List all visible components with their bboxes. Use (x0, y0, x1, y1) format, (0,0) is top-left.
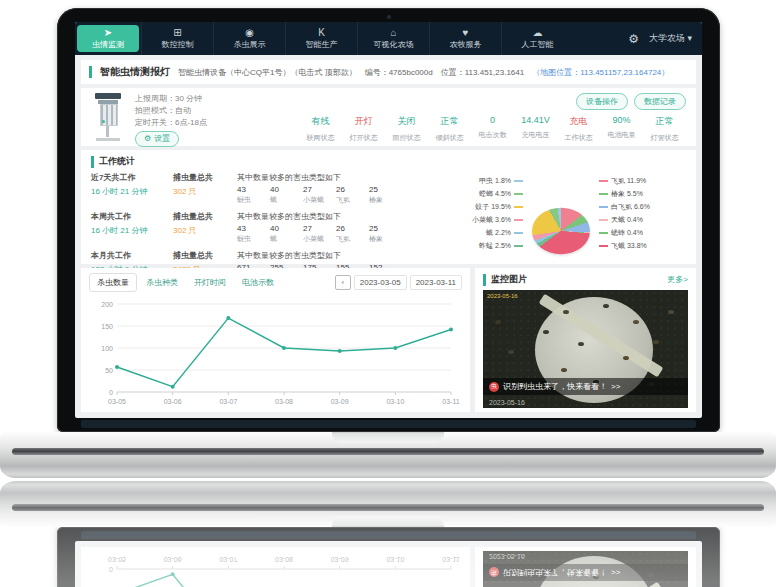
laptop-mockup-scene: ➤ 虫情监测 ⊞ 数控控制 ◉ 杀虫展示 K 智能生产 ⌂ 可视化农场 (0, 0, 776, 587)
nav-label: 虫情监测 (92, 39, 124, 50)
pie-label: 天蛾 0.4% (599, 215, 643, 225)
pie-label: 甲虫 1.8% (479, 176, 523, 186)
kill-count-chart-card: 杀虫数量 杀虫种类 开灯时间 电池示数 ‹ 2023-03-05 2023-03… (81, 268, 470, 412)
work-stats-card: 工作统计 近7天共工作16 小时 21 分钟 捕虫量总共302 只 其中数量较多… (81, 150, 696, 264)
dist-item: 40蛾 (270, 224, 303, 244)
dist-item: 43蚜虫 (237, 185, 270, 205)
device-header-bar: 智能虫情测报灯 智能虫情设备（中心CQ平1号）（电击式 顶部款） 编号：4765… (81, 60, 696, 84)
data-record-button[interactable]: 数据记录 (634, 93, 686, 110)
work-stats-title: 工作统计 (99, 155, 135, 168)
tab-lamp-time[interactable]: 开灯时间 (187, 274, 233, 291)
nav-item-ai[interactable]: ☁ 人工智能 (501, 22, 573, 55)
svg-text:03-06: 03-06 (164, 398, 182, 405)
dist-item: 26飞虱 (336, 224, 369, 244)
account-dropdown[interactable]: 大学农场 ▾ (649, 32, 692, 45)
device-code: 编号：4765bc000d (365, 67, 433, 78)
laptop-reflection: ➤ 虫情监测 ⊞ 数控控制 ◉ 杀虫展示 K 智能生产 ⌂ 可视化农场 (0, 480, 776, 587)
device-status-panel: 上报周期：30 分钟 拍照模式：自动 定时开关：6点-18点 ⚙ 设置 设备操作… (81, 88, 696, 146)
device-map-position-link[interactable]: （地图位置：113.451157,23.164724） (532, 67, 669, 78)
pie-label: 蚱蜢 2.5% (479, 241, 523, 251)
dist-item: 43蚜虫 (237, 224, 270, 244)
dist-item: 40蛾 (270, 185, 303, 205)
nav-label: 农牧服务 (450, 39, 482, 50)
device-info-photo-mode: 拍照模式：自动 (135, 105, 207, 117)
section-accent-bar (91, 156, 94, 168)
gear-icon[interactable]: ⚙ (628, 32, 639, 46)
chevron-down-icon: ▾ (687, 33, 692, 43)
laptop-frame: ➤ 虫情监测 ⊞ 数控控制 ◉ 杀虫展示 K 智能生产 ⌂ 可视化农场 (57, 8, 720, 432)
settings-button[interactable]: ⚙ 设置 (135, 131, 179, 147)
nav-label: 人工智能 (522, 39, 554, 50)
insect-trap-photo[interactable]: 2023-05-16 虫 识别到虫虫来了，快来看看！ >> 2023-05-16 (483, 290, 688, 408)
svg-text:03-05: 03-05 (108, 556, 126, 563)
nav-item-pest-display[interactable]: ◉ 杀虫展示 (213, 22, 285, 55)
pie-label: 蚊子 19.5% (475, 202, 523, 212)
svg-text:03-07: 03-07 (219, 398, 237, 405)
dist-item: 26飞虱 (336, 185, 369, 205)
svg-text:03-05: 03-05 (108, 398, 126, 405)
status-charge-voltage: 14.41V充电电压 (514, 115, 557, 143)
device-info-timer: 定时开关：6点-18点 (135, 117, 207, 129)
svg-text:03-10: 03-10 (386, 556, 404, 563)
top-navbar: ➤ 虫情监测 ⊞ 数控控制 ◉ 杀虫展示 K 智能生产 ⌂ 可视化农场 (75, 22, 702, 55)
status-network: 有线联网状态 (299, 115, 342, 143)
kill-count-line-chart: 05010015020003-0503-0603-0703-0803-0903-… (89, 294, 460, 412)
device-subtitle: 智能虫情设备（中心CQ平1号）（电击式 顶部款） (178, 67, 357, 78)
svg-text:03-11: 03-11 (442, 556, 459, 563)
svg-text:03-11: 03-11 (442, 398, 459, 405)
photo-date: 2023-05-16 (489, 399, 525, 406)
pie-label: 飞蛾 33.8% (599, 241, 647, 251)
nav-label: 数控控制 (162, 39, 194, 50)
pie-label: 蛾 2.2% (486, 228, 523, 238)
svg-text:0: 0 (109, 389, 113, 396)
settings-button-label: 设置 (154, 133, 170, 145)
status-tube: 正常灯管状态 (643, 115, 686, 143)
status-rain-control: 关闭雨控状态 (385, 115, 428, 143)
tab-battery-readings[interactable]: 电池示数 (235, 274, 281, 291)
nav-item-agri-service[interactable]: ♥ 农牧服务 (429, 22, 501, 55)
pest-lamp-illustration (91, 93, 125, 141)
device-operate-button[interactable]: 设备操作 (576, 93, 628, 110)
svg-text:03-09: 03-09 (331, 556, 349, 563)
calendar-icon[interactable]: ‹ (335, 275, 351, 290)
control-icon: ⊞ (173, 28, 181, 38)
nav-label: 可视化农场 (374, 39, 414, 50)
date-from-input[interactable]: 2023-03-05 (354, 275, 407, 290)
tab-kill-types[interactable]: 杀虫种类 (139, 274, 185, 291)
status-work-state: 充电工作状态 (557, 115, 600, 143)
tab-kill-count[interactable]: 杀虫数量 (89, 273, 137, 292)
pie-label: 螳螂 4.5% (479, 189, 523, 199)
svg-text:03-09: 03-09 (331, 398, 349, 405)
nav-item-smart-production[interactable]: K 智能生产 (285, 22, 357, 55)
svg-text:03-06: 03-06 (164, 556, 182, 563)
svg-text:50: 50 (105, 367, 113, 374)
nav-item-visual-farm[interactable]: ⌂ 可视化农场 (357, 22, 429, 55)
device-status-row: 有线联网状态 开灯灯开状态 关闭雨控状态 正常倾斜状态 0电击次数 14.41V… (299, 115, 686, 143)
pie-label: 蟋蟀 0.4% (599, 228, 643, 238)
farm-icon: ⌂ (390, 28, 396, 38)
svg-text:100: 100 (101, 345, 113, 352)
webcam-dot (387, 15, 391, 19)
nav-item-numeric-control[interactable]: ⊞ 数控控制 (141, 22, 213, 55)
section-accent-bar (89, 66, 92, 78)
ai-icon: ☁ (533, 28, 543, 38)
svg-text:03-08: 03-08 (275, 398, 293, 405)
dist-item: 25椿象 (369, 224, 402, 244)
display-icon: ◉ (245, 28, 254, 38)
device-info-report-cycle: 上报周期：30 分钟 (135, 93, 207, 105)
work-stat-row-week: 本周共工作16 小时 21 分钟 捕虫量总共302 只 其中数量较多的害虫类型如… (91, 211, 436, 244)
nav-label: 杀虫展示 (234, 39, 266, 50)
pie-label: 椿象 5.5% (599, 189, 643, 199)
svg-text:03-08: 03-08 (275, 556, 293, 563)
dist-item: 27小菜蛾 (303, 185, 336, 205)
pie-label: 小菜蛾 3.6% (472, 215, 523, 225)
status-battery: 90%电池电量 (600, 115, 643, 143)
dashboard-screen: ➤ 虫情监测 ⊞ 数控控制 ◉ 杀虫展示 K 智能生产 ⌂ 可视化农场 (75, 22, 702, 418)
nav-item-pest-monitor[interactable]: ➤ 虫情监测 (77, 25, 139, 52)
device-title: 智能虫情测报灯 (100, 65, 170, 79)
photo-caption: 虫 识别到虫虫来了，快来看看！ >> (483, 378, 688, 395)
svg-text:03-07: 03-07 (219, 556, 237, 563)
caption-text: 识别到虫虫来了，快来看看！ (503, 381, 607, 392)
bezel-bottom-strip (81, 420, 696, 428)
caption-more-arrows[interactable]: >> (611, 382, 620, 391)
